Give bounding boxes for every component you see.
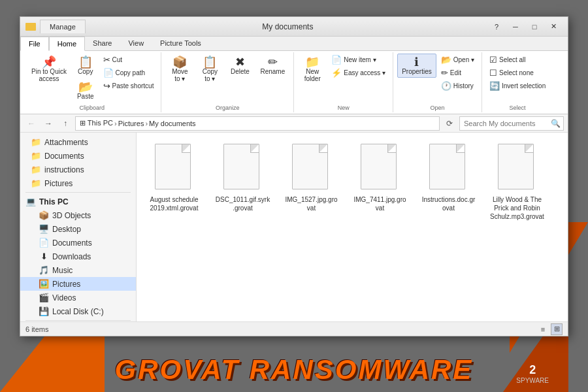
list-view-button[interactable]: ≡ [537, 323, 549, 335]
rename-label: Rename [260, 68, 285, 75]
paste-shortcut-button[interactable]: ↪ Paste shortcut [100, 80, 157, 92]
file-name-4: IMG_7411.jpg.grovat [352, 195, 408, 212]
history-button[interactable]: 🕐 History [438, 80, 478, 92]
sidebar-label-3dobjects: 3D Objects [52, 211, 91, 220]
app-icon [25, 22, 36, 32]
file-name-2: DSC_1011.gif.syrk.grovat [215, 195, 270, 212]
sidebar-item-pictures[interactable]: 📁 Pictures [20, 176, 136, 190]
refresh-button[interactable]: ⟳ [442, 116, 457, 131]
tab-file[interactable]: File [20, 37, 49, 51]
history-label: History [453, 82, 474, 90]
delete-label: Delete [231, 68, 250, 75]
properties-icon: ℹ [414, 56, 419, 68]
tab-home[interactable]: Home [49, 37, 85, 51]
copy-path-button[interactable]: 📄 Copy path [100, 67, 157, 79]
sidebar-item-music[interactable]: 🎵 Music [20, 263, 136, 277]
desktop-icon: 🖥️ [39, 224, 49, 234]
clipboard-label: Clipboard [27, 103, 157, 111]
select-none-icon: ☐ [489, 69, 497, 77]
invert-label: Invert selection [502, 82, 546, 90]
select-all-button[interactable]: ☑ Select all [486, 54, 549, 66]
rename-icon: ✏ [268, 56, 278, 68]
file-page-1 [155, 144, 191, 189]
copy-icon: 📋 [78, 56, 93, 68]
close-button[interactable]: ✕ [544, 20, 563, 33]
copy-path-icon: 📄 [103, 69, 114, 77]
sidebar-item-desktop[interactable]: 🖥️ Desktop [20, 222, 136, 236]
sidebar-item-videos[interactable]: 🎬 Videos [20, 291, 136, 304]
sidebar-item-instructions[interactable]: 📁 instructions [20, 163, 136, 176]
file-item-4[interactable]: IMG_7411.jpg.grovat [349, 139, 411, 225]
easy-access-label: Easy access ▾ [344, 69, 385, 76]
easy-access-button[interactable]: ⚡ Easy access ▾ [328, 67, 389, 79]
new-item-label: New item ▾ [344, 56, 376, 63]
file-item-5[interactable]: Instructions.doc.grovat [417, 139, 480, 225]
clipboard-sub-group: 📋 Copy 📂 Paste [73, 54, 99, 103]
invert-icon: 🔄 [489, 82, 500, 90]
file-icon-3 [292, 144, 331, 193]
move-label: Moveto ▾ [172, 68, 188, 82]
paste-label: Paste [77, 93, 94, 100]
new-item-icon: 📄 [331, 56, 342, 64]
open-button[interactable]: 📂 Open ▾ [438, 54, 478, 66]
cut-button[interactable]: ✂ Cut [100, 54, 157, 66]
address-path[interactable]: ⊞ This PC › Pictures › My documents [75, 116, 440, 131]
file-page-6 [498, 144, 534, 189]
pin-to-quick-button[interactable]: 📌 Pin to Quickaccess [27, 54, 71, 85]
tab-picture-tools[interactable]: Picture Tools [152, 37, 210, 50]
rename-button[interactable]: ✏ Rename [255, 54, 289, 78]
copy-to-button[interactable]: 📋 Copyto ▾ [195, 54, 224, 85]
path-sep-2: › [145, 120, 148, 127]
sidebar-item-documents2[interactable]: 📄 Documents [20, 236, 136, 250]
sidebar-item-localdisk[interactable]: 💾 Local Disk (C:) [20, 304, 136, 318]
sidebar-item-attachments[interactable]: 📁 Attachments [20, 135, 136, 149]
help-button[interactable]: ? [487, 20, 506, 33]
sidebar-item-pictures2[interactable]: 🖼️ Pictures [20, 277, 136, 291]
file-icon-1 [155, 144, 194, 193]
copy-to-icon: 📋 [203, 56, 217, 68]
sidebar-item-3dobjects[interactable]: 📦 3D Objects [20, 208, 136, 222]
minimize-button[interactable]: ─ [506, 20, 525, 33]
invert-selection-button[interactable]: 🔄 Invert selection [486, 80, 549, 92]
new-item-button[interactable]: 📄 New item ▾ [328, 54, 389, 66]
window-controls: ? ─ □ ✕ [487, 20, 563, 33]
tab-view[interactable]: View [120, 37, 152, 50]
select-none-button[interactable]: ☐ Select none [486, 67, 549, 79]
file-name-6: Lilly Wood & The Prick and Robin Schulz.… [489, 195, 545, 221]
properties-button[interactable]: ℹ Properties [397, 54, 436, 78]
select-buttons: ☑ Select all ☐ Select none 🔄 Invert sele… [486, 54, 549, 92]
delete-button[interactable]: ✖ Delete [225, 54, 254, 78]
pin-label: Pin to Quickaccess [31, 68, 67, 82]
file-item-1[interactable]: August schedule 2019.xtml.grovat [143, 139, 205, 225]
easy-access-icon: ⚡ [331, 69, 342, 77]
file-item-6[interactable]: Lilly Wood & The Prick and Robin Schulz.… [486, 139, 548, 225]
ribbon-group-clipboard: 📌 Pin to Quickaccess 📋 Copy 📂 Paste [23, 52, 161, 112]
sidebar-label-documents2: Documents [52, 238, 92, 248]
copy-button[interactable]: 📋 Copy [73, 54, 99, 78]
sidebar-item-downloads[interactable]: ⬇ Downloads [20, 250, 136, 263]
back-button[interactable]: ← [24, 116, 39, 131]
main-content: 📁 Attachments 📁 Documents 📁 instructions… [20, 133, 568, 321]
file-item-2[interactable]: DSC_1011.gif.syrk.grovat [212, 139, 274, 225]
edit-label: Edit [450, 69, 461, 76]
up-button[interactable]: ↑ [58, 116, 73, 131]
open-label: Open ▾ [453, 56, 474, 63]
paste-button[interactable]: 📂 Paste [73, 78, 99, 103]
tab-share[interactable]: Share [85, 37, 120, 50]
paste-shortcut-label: Paste shortcut [112, 82, 154, 90]
sidebar-label-documents: Documents [44, 152, 84, 161]
sidebar-item-thispc[interactable]: 💻 This PC [20, 195, 136, 208]
file-name-5: Instructions.doc.grovat [421, 195, 476, 212]
search-input[interactable] [459, 116, 564, 131]
move-to-button[interactable]: 📦 Moveto ▾ [165, 54, 194, 85]
maximize-button[interactable]: □ [525, 20, 544, 33]
forward-button[interactable]: → [41, 116, 56, 131]
explorer-window: Manage My documents ? ─ □ ✕ File Home Sh… [20, 16, 568, 336]
organize-label: Organize [165, 103, 289, 111]
new-folder-button[interactable]: 📁 Newfolder [298, 54, 327, 85]
manage-tab[interactable]: Manage [40, 20, 86, 33]
icon-view-button[interactable]: ⊞ [551, 323, 563, 335]
edit-button[interactable]: ✏ Edit [438, 67, 478, 79]
file-item-3[interactable]: IMG_1527.jpg.grovat [280, 139, 342, 225]
sidebar-item-documents[interactable]: 📁 Documents [20, 149, 136, 163]
